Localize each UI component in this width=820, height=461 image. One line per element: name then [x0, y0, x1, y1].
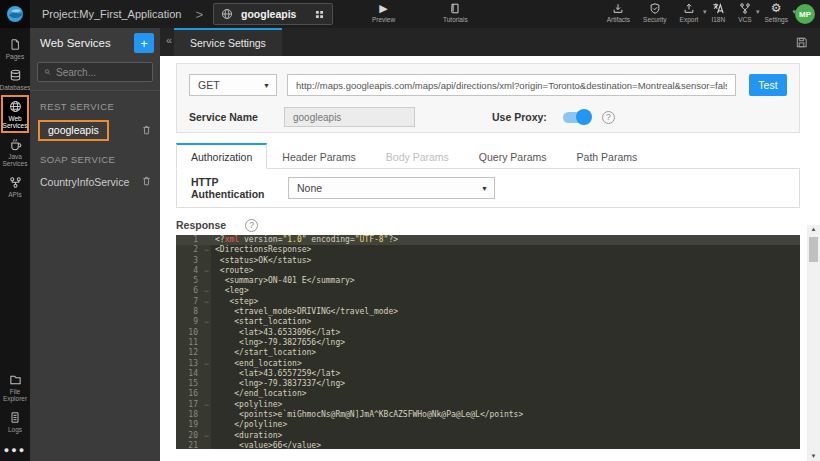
topbar-right-actions: Artifacts Security Export ▾	[607, 2, 788, 23]
document-tab-bar: « Service Settings	[160, 28, 820, 56]
fold-marker-icon[interactable]: ‒	[202, 245, 211, 255]
code-line: 20‒ <duration>	[176, 431, 800, 441]
line-number: 13	[176, 359, 202, 369]
tab-authorization[interactable]: Authorization	[176, 143, 267, 169]
help-icon[interactable]: ?	[245, 219, 258, 232]
preview-button[interactable]: ▶ Preview	[372, 2, 395, 23]
delete-service-icon[interactable]	[141, 122, 152, 140]
scroll-up-arrow[interactable]: ▲	[807, 226, 820, 232]
coffee-cup-icon	[9, 138, 22, 151]
code-line: 12 </start_location>	[176, 348, 800, 358]
code-editor[interactable]: 1<?xml version="1.0" encoding="UTF-8"?>2…	[176, 235, 800, 449]
code-line: 15 <lng>-79.3837337</lng>	[176, 379, 800, 389]
code-text: <duration>	[211, 431, 800, 441]
top-bar: Project:My_First_Application > googleapi…	[0, 0, 820, 28]
line-number: 5	[176, 276, 202, 286]
tab-header-params[interactable]: Header Params	[267, 143, 371, 169]
service-item-countryinfoservice[interactable]: CountryInfoService	[30, 170, 160, 194]
fold-marker-icon[interactable]: ‒	[202, 266, 211, 276]
left-icon-sidebar: Pages Databases Web Services Java Servic…	[0, 28, 30, 461]
code-line: 6‒ <leg>	[176, 286, 800, 296]
add-service-button[interactable]: +	[134, 33, 154, 53]
app-logo[interactable]	[0, 0, 30, 28]
fold-marker-icon[interactable]: ‒	[202, 359, 211, 369]
code-text: <step>	[211, 297, 800, 307]
line-number: 19	[176, 420, 202, 430]
security-button[interactable]: Security	[643, 2, 666, 23]
vcs-button[interactable]: VCS ▾	[738, 2, 751, 23]
sidebar-item-web-services[interactable]: Web Services	[1, 95, 29, 133]
vertical-scrollbar[interactable]: ▲ ▼	[807, 225, 820, 461]
fold-marker-icon[interactable]: ‒	[202, 297, 211, 307]
preview-label: Preview	[372, 16, 395, 23]
service-item-googleapis[interactable]: googleapis	[30, 117, 160, 144]
line-number: 9	[176, 317, 202, 327]
search-input[interactable]	[56, 67, 146, 78]
fold-gutter	[202, 410, 211, 420]
search-container	[30, 58, 160, 91]
sidebar-item-databases[interactable]: Databases	[0, 64, 30, 95]
tutorials-button[interactable]: Tutorials	[443, 2, 468, 23]
code-text: <lng>-79.3827656</lng>	[211, 338, 800, 348]
use-proxy-toggle[interactable]	[563, 112, 590, 123]
code-text: </polyline>	[211, 420, 800, 430]
fold-marker-icon[interactable]: ‒	[202, 286, 211, 296]
i18n-button[interactable]: I18N	[711, 2, 725, 23]
fold-marker-icon[interactable]: ‒	[202, 431, 211, 441]
shield-icon	[649, 2, 661, 15]
sidebar-item-logs[interactable]: Logs	[0, 406, 30, 437]
code-line: 11 <lng>-79.3827656</lng>	[176, 338, 800, 348]
http-auth-select[interactable]: None ▼	[288, 177, 495, 199]
code-text: <lng>-79.3837337</lng>	[211, 379, 800, 389]
service-selector[interactable]: googleapis	[213, 3, 333, 25]
code-text: <DirectionsResponse>	[211, 245, 800, 255]
line-number: 10	[176, 328, 202, 338]
tab-service-settings[interactable]: Service Settings	[174, 28, 282, 56]
search-box[interactable]	[37, 62, 153, 82]
code-line: 7‒ <step>	[176, 297, 800, 307]
line-number: 21	[176, 441, 202, 449]
fold-marker-icon[interactable]: ‒	[202, 400, 211, 410]
tab-body-params[interactable]: Body Params	[371, 143, 464, 169]
fold-gutter	[202, 379, 211, 389]
settings-button[interactable]: ⚙ Settings ▾	[765, 2, 789, 23]
delete-service-icon[interactable]	[141, 173, 152, 191]
line-number: 4	[176, 266, 202, 276]
caret-down-icon: ▼	[263, 82, 270, 89]
export-button[interactable]: Export ▾	[680, 2, 699, 23]
http-method-select[interactable]: GET ▼	[189, 74, 277, 96]
fold-marker-icon[interactable]: ‒	[202, 317, 211, 327]
tab-path-params[interactable]: Path Params	[562, 143, 653, 169]
selected-service-name: googleapis	[241, 8, 306, 20]
line-number: 12	[176, 348, 202, 358]
scroll-down-arrow[interactable]: ▼	[807, 453, 820, 459]
breadcrumb-chevron-icon: >	[195, 7, 203, 22]
branch-icon	[739, 2, 751, 15]
code-text: <lat>43.6533096</lat>	[211, 328, 800, 338]
database-icon	[9, 69, 22, 82]
test-button[interactable]: Test	[749, 74, 787, 96]
user-avatar[interactable]: MP	[795, 4, 815, 24]
request-form: GET ▼ Test Service Name Use Proxy: ?	[176, 63, 800, 133]
sidebar-item-apis[interactable]: APIs	[0, 171, 30, 202]
service-name-input[interactable]	[284, 107, 415, 127]
more-options-ellipsis-icon[interactable]: ●●●	[4, 437, 26, 461]
code-text: <lat>43.6557259</lat>	[211, 369, 800, 379]
fold-gutter	[202, 256, 211, 266]
line-number: 7	[176, 297, 202, 307]
artifacts-button[interactable]: Artifacts	[607, 2, 630, 23]
sidebar-item-pages[interactable]: Pages	[0, 33, 30, 64]
sidebar-item-file-explorer[interactable]: File Explorer	[0, 368, 30, 406]
wavemaker-logo-icon	[6, 5, 24, 23]
tab-query-params[interactable]: Query Params	[464, 143, 562, 169]
scrollbar-thumb[interactable]	[809, 237, 818, 262]
params-tab-bar: Authorization Header Params Body Params …	[176, 143, 800, 169]
help-icon[interactable]: ?	[602, 111, 615, 124]
save-icon[interactable]	[795, 35, 808, 53]
sidebar-item-java-services[interactable]: Java Services	[0, 133, 30, 171]
request-url-input[interactable]	[287, 74, 736, 96]
grid-icon[interactable]	[314, 9, 325, 20]
code-text: <start_location>	[211, 317, 800, 327]
fold-gutter	[202, 441, 211, 449]
service-settings-content: GET ▼ Test Service Name Use Proxy: ? Aut…	[160, 56, 820, 461]
